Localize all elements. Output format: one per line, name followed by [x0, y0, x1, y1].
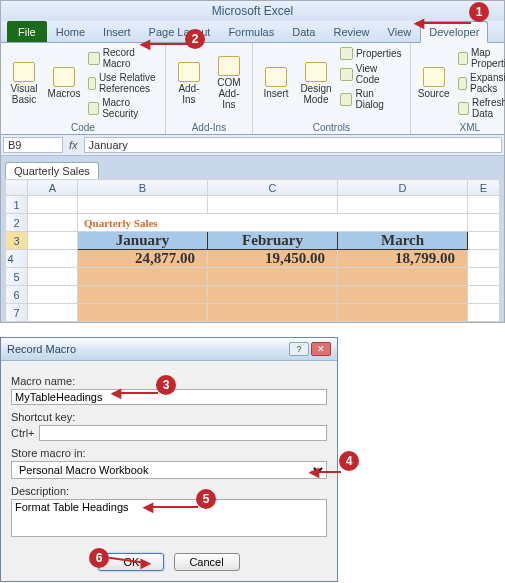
callout-6: 6	[89, 548, 109, 568]
insert-control-label: Insert	[263, 88, 288, 99]
dialog-title-bar[interactable]: Record Macro ? ✕	[1, 338, 337, 361]
store-macro-select[interactable]: Personal Macro Workbook	[11, 461, 327, 479]
shortcut-key-input[interactable]	[39, 425, 327, 441]
addins-button[interactable]: Add-Ins	[171, 46, 207, 120]
arrow-3	[107, 383, 125, 404]
header-february[interactable]: February	[208, 232, 338, 250]
map-properties-button[interactable]: Map Properties	[456, 46, 505, 70]
formula-bar[interactable]: January	[84, 137, 502, 153]
tab-home[interactable]: Home	[47, 21, 94, 42]
store-macro-label: Store macro in:	[11, 447, 327, 459]
sheet-title[interactable]: Quarterly Sales	[78, 214, 468, 232]
macro-security-button[interactable]: Macro Security	[86, 96, 160, 120]
callout-3: 3	[156, 375, 176, 395]
arrow-6: ◄	[137, 553, 155, 574]
group-code: Visual Basic Macros Record Macro Use Rel…	[1, 43, 166, 134]
arrow-5	[139, 497, 157, 518]
map-properties-label: Map Properties	[471, 47, 505, 69]
dialog-close-button[interactable]: ✕	[311, 342, 331, 356]
description-input[interactable]	[11, 499, 327, 537]
col-a[interactable]: A	[28, 180, 78, 196]
row-2[interactable]: 2	[6, 214, 28, 232]
dialog-help-button[interactable]: ?	[289, 342, 309, 356]
header-january[interactable]: January	[78, 232, 208, 250]
insert-control-icon	[265, 67, 287, 87]
run-dialog-button[interactable]: Run Dialog	[338, 87, 405, 111]
tab-formulas[interactable]: Formulas	[219, 21, 283, 42]
value-january[interactable]: 24,877.00	[78, 250, 208, 268]
group-controls-label: Controls	[258, 120, 405, 133]
workbook-tab-area: Quarterly Sales A B C D E 1 2	[1, 156, 504, 322]
tab-data[interactable]: Data	[283, 21, 324, 42]
col-b[interactable]: B	[78, 180, 208, 196]
value-february[interactable]: 19,450.00	[208, 250, 338, 268]
shortcut-key-label: Shortcut key:	[11, 411, 327, 423]
excel-window: Microsoft Excel File Home Insert Page La…	[0, 0, 505, 323]
value-march[interactable]: 18,799.00	[338, 250, 468, 268]
row-4[interactable]: 4	[6, 250, 28, 268]
tab-developer[interactable]: Developer	[420, 21, 488, 43]
tab-review[interactable]: Review	[324, 21, 378, 42]
group-code-label: Code	[6, 120, 160, 133]
record-macro-dialog: Record Macro ? ✕ Macro name: Shortcut ke…	[0, 337, 338, 582]
macros-icon	[53, 67, 75, 87]
dialog-title: Record Macro	[7, 343, 76, 355]
cancel-button[interactable]: Cancel	[174, 553, 240, 571]
com-addins-icon	[218, 56, 240, 76]
ribbon-tabs: File Home Insert Page Layout Formulas Da…	[1, 21, 504, 43]
visual-basic-label: Visual Basic	[10, 83, 37, 105]
properties-icon	[340, 47, 353, 60]
callout-4: 4	[339, 451, 359, 471]
workbook-tab[interactable]: Quarterly Sales	[5, 162, 99, 179]
run-dialog-label: Run Dialog	[355, 88, 402, 110]
arrow-4	[305, 462, 323, 483]
select-all-cell[interactable]	[6, 180, 28, 196]
group-controls: Insert Design Mode Properties View Code	[253, 43, 411, 134]
view-code-button[interactable]: View Code	[338, 62, 405, 86]
group-xml: Source Map Properties Expansion Packs Re…	[411, 43, 505, 134]
properties-button[interactable]: Properties	[338, 46, 405, 61]
worksheet[interactable]: A B C D E 1 2 Quarterly Sales 3	[5, 179, 500, 322]
row-7[interactable]: 7	[6, 304, 28, 322]
insert-control-button[interactable]: Insert	[258, 46, 294, 120]
callout-1: 1	[469, 2, 489, 22]
source-button[interactable]: Source	[416, 46, 452, 120]
col-e[interactable]: E	[468, 180, 500, 196]
design-mode-button[interactable]: Design Mode	[298, 46, 334, 120]
col-c[interactable]: C	[208, 180, 338, 196]
use-relative-icon	[88, 77, 96, 90]
arrow-1	[410, 13, 428, 34]
refresh-data-button[interactable]: Refresh Data	[456, 96, 505, 120]
ribbon: Visual Basic Macros Record Macro Use Rel…	[1, 43, 504, 135]
design-mode-icon	[305, 62, 327, 82]
row-3[interactable]: 3	[6, 232, 28, 250]
refresh-data-label: Refresh Data	[472, 97, 505, 119]
view-code-label: View Code	[356, 63, 403, 85]
tab-insert[interactable]: Insert	[94, 21, 140, 42]
use-relative-button[interactable]: Use Relative References	[86, 71, 160, 95]
source-label: Source	[418, 88, 450, 99]
fx-icon[interactable]: fx	[69, 139, 78, 151]
macros-button[interactable]: Macros	[46, 46, 82, 120]
source-icon	[423, 67, 445, 87]
record-macro-icon	[88, 52, 100, 65]
col-d[interactable]: D	[338, 180, 468, 196]
com-addins-label: COM Add-Ins	[214, 77, 244, 110]
com-addins-button[interactable]: COM Add-Ins	[211, 46, 247, 120]
row-5[interactable]: 5	[6, 268, 28, 286]
header-march[interactable]: March	[338, 232, 468, 250]
expansion-packs-label: Expansion Packs	[470, 72, 505, 94]
name-box[interactable]: B9	[3, 137, 63, 153]
expansion-packs-button[interactable]: Expansion Packs	[456, 71, 505, 95]
group-xml-label: XML	[416, 120, 505, 133]
app-title: Microsoft Excel	[212, 4, 293, 18]
visual-basic-button[interactable]: Visual Basic	[6, 46, 42, 120]
callout-5: 5	[196, 489, 216, 509]
addins-label: Add-Ins	[174, 83, 204, 105]
macro-security-label: Macro Security	[102, 97, 158, 119]
use-relative-label: Use Relative References	[99, 72, 158, 94]
tab-file[interactable]: File	[7, 21, 47, 42]
row-1[interactable]: 1	[6, 196, 28, 214]
refresh-data-icon	[458, 102, 469, 115]
row-6[interactable]: 6	[6, 286, 28, 304]
